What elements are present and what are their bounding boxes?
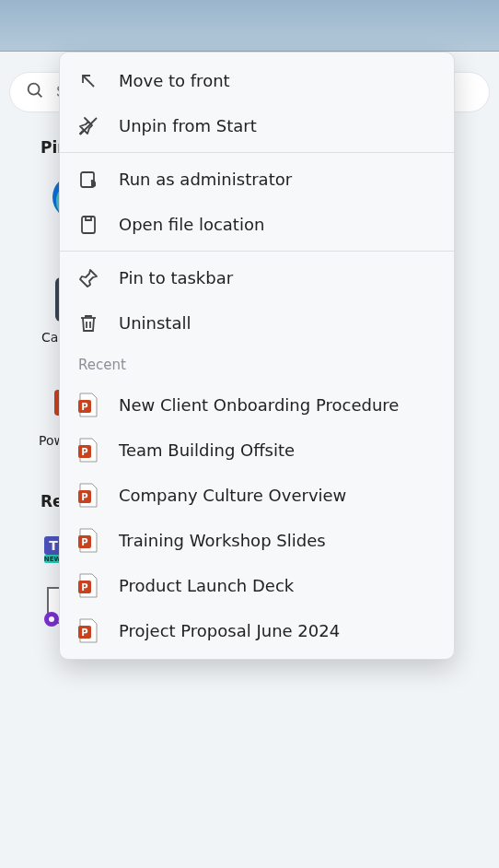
svg-point-38 [49, 616, 54, 622]
ctx-uninstall[interactable]: Uninstall [60, 300, 454, 346]
window-titlebar [0, 0, 499, 52]
ctx-recent-label: Company Culture Overview [119, 486, 346, 505]
ctx-recent-item[interactable]: P Training Workshop Slides [60, 518, 454, 563]
file-location-icon [76, 213, 100, 237]
ctx-recent-item[interactable]: P Product Launch Deck [60, 563, 454, 608]
ctx-label: Run as administrator [119, 170, 292, 189]
ctx-label: Move to front [119, 71, 230, 90]
search-icon [25, 80, 45, 104]
svg-text:P: P [81, 582, 87, 592]
powerpoint-file-icon: P [76, 439, 100, 463]
ctx-unpin-from-start[interactable]: Unpin from Start [60, 103, 454, 148]
ctx-recent-label: New Client Onboarding Procedure [119, 395, 399, 415]
powerpoint-file-icon: P [76, 574, 100, 598]
svg-text:P: P [81, 537, 87, 547]
powerpoint-file-icon: P [76, 484, 100, 508]
svg-text:P: P [81, 447, 87, 457]
ctx-separator [60, 251, 454, 252]
powerpoint-file-icon: P [76, 619, 100, 643]
pin-icon [76, 266, 100, 290]
ctx-run-as-admin[interactable]: Run as administrator [60, 157, 454, 202]
ctx-recent-label: Project Proposal June 2024 [119, 621, 340, 640]
ctx-recent-label: Team Building Offsite [119, 440, 295, 460]
svg-point-0 [29, 84, 40, 95]
ctx-recent-item[interactable]: P Company Culture Overview [60, 473, 454, 518]
powerpoint-file-icon: P [76, 393, 100, 417]
svg-text:T: T [49, 538, 58, 553]
start-panel: Pinned Edge ft Store Calculator [0, 52, 499, 627]
svg-text:P: P [81, 402, 87, 412]
ctx-separator [60, 152, 454, 153]
shield-admin-icon [76, 168, 100, 192]
ctx-recent-item[interactable]: P Team Building Offsite [60, 428, 454, 473]
ctx-recent-header: Recent [60, 346, 454, 382]
ctx-label: Open file location [119, 215, 264, 234]
svg-rect-43 [82, 217, 95, 233]
ctx-recent-item[interactable]: P Project Proposal June 2024 [60, 608, 454, 653]
ctx-pin-to-taskbar[interactable]: Pin to taskbar [60, 255, 454, 300]
ctx-recent-label: Training Workshop Slides [119, 531, 326, 550]
unpin-icon [76, 114, 100, 138]
svg-text:P: P [81, 628, 87, 638]
ctx-label: Uninstall [119, 313, 191, 333]
ctx-recent-item[interactable]: P New Client Onboarding Procedure [60, 382, 454, 428]
ctx-recent-label: Product Launch Deck [119, 576, 294, 595]
context-menu: Move to front Unpin from Start Run as ad… [59, 52, 455, 660]
svg-line-1 [38, 93, 41, 97]
ctx-label: Unpin from Start [119, 116, 257, 135]
powerpoint-file-icon: P [76, 529, 100, 553]
trash-icon [76, 311, 100, 335]
arrow-up-left-icon [76, 69, 100, 93]
ctx-move-to-front[interactable]: Move to front [60, 58, 454, 103]
ctx-label: Pin to taskbar [119, 268, 233, 287]
ctx-open-file-location[interactable]: Open file location [60, 202, 454, 247]
svg-text:P: P [81, 492, 87, 502]
